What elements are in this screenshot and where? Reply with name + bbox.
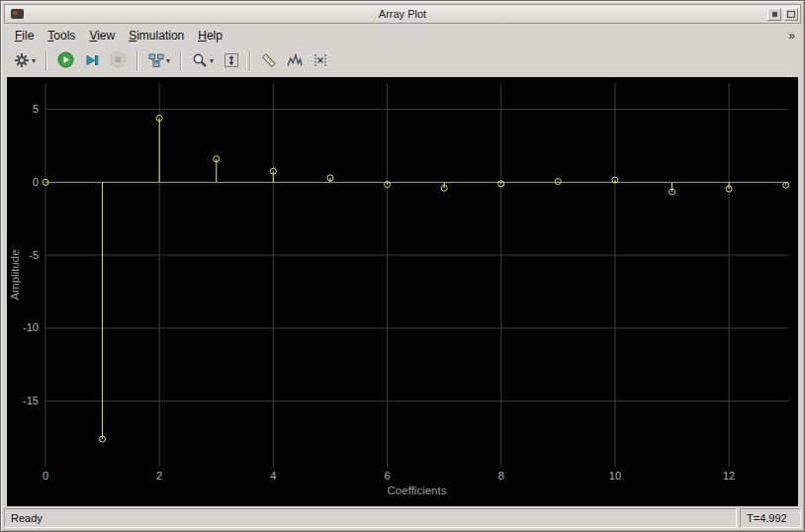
magnifier-icon <box>192 52 208 71</box>
toolbar-separator <box>45 51 47 71</box>
menu-view[interactable]: View <box>82 26 122 45</box>
play-icon <box>57 51 74 71</box>
svg-text:2: 2 <box>156 470 162 482</box>
status-bar: Ready T=4.992 <box>4 508 801 528</box>
maximize-button[interactable] <box>784 8 798 21</box>
simulation-time: T=4.992 <box>740 508 801 528</box>
chevron-down-icon: ▾ <box>210 57 214 65</box>
step-forward-icon <box>84 52 100 71</box>
cursor-x-icon <box>313 52 328 71</box>
svg-text:10: 10 <box>609 470 621 482</box>
menu-help[interactable]: Help <box>191 26 229 45</box>
menu-simulation[interactable]: Simulation <box>122 26 191 45</box>
title-bar[interactable]: Array Plot <box>4 4 801 24</box>
svg-text:Coefficients: Coefficients <box>388 485 447 496</box>
svg-text:5: 5 <box>33 103 39 115</box>
step-forward-button[interactable] <box>80 49 104 74</box>
menu-bar: FileToolsViewSimulationHelp » <box>4 24 801 46</box>
menu-overflow-icon[interactable]: » <box>788 29 797 43</box>
stop-icon <box>110 51 127 71</box>
ruler-icon <box>261 52 277 71</box>
chevron-down-icon: ▾ <box>166 57 170 65</box>
svg-text:12: 12 <box>723 470 735 482</box>
svg-text:-10: -10 <box>23 321 39 333</box>
svg-text:0: 0 <box>33 176 39 188</box>
status-message: Ready <box>4 508 737 528</box>
settings-button[interactable]: ▾ <box>10 49 40 74</box>
chevron-down-icon: ▾ <box>32 57 36 65</box>
svg-text:-15: -15 <box>23 395 39 406</box>
blocks-icon <box>148 52 164 71</box>
toolbar-separator <box>136 51 138 71</box>
window-controls <box>767 8 800 21</box>
layout-button[interactable]: ▾ <box>144 49 174 74</box>
zoom-button[interactable]: ▾ <box>188 49 218 74</box>
plot-area[interactable]: 02468101250-5-10-15CoefficientsAmplitude <box>7 77 798 506</box>
peak-finder-button[interactable] <box>283 49 307 74</box>
measurements-button[interactable] <box>257 49 281 74</box>
run-button[interactable] <box>53 48 78 74</box>
svg-text:-5: -5 <box>29 249 39 261</box>
toolbar-separator <box>180 51 182 71</box>
toolbar-separator <box>249 51 251 71</box>
app-icon <box>11 9 24 19</box>
peaks-icon <box>287 52 303 71</box>
maximize-icon <box>787 11 795 18</box>
minimize-icon <box>772 12 777 17</box>
fit-to-view-button[interactable] <box>220 49 243 74</box>
svg-text:8: 8 <box>498 470 504 482</box>
svg-text:6: 6 <box>384 470 390 482</box>
stop-button[interactable] <box>106 48 131 74</box>
menu-items: FileToolsViewSimulationHelp <box>8 29 229 43</box>
toolbar: ▾ <box>4 46 801 76</box>
fit-arrows-icon <box>224 52 239 71</box>
cursor-measurements-button[interactable] <box>309 49 332 74</box>
array-plot-window: Array Plot FileToolsViewSimulationHelp »… <box>0 0 805 532</box>
svg-text:4: 4 <box>270 470 276 482</box>
window-title: Array Plot <box>5 8 800 20</box>
menu-file[interactable]: File <box>8 26 41 45</box>
svg-text:0: 0 <box>43 470 48 482</box>
menu-tools[interactable]: Tools <box>41 26 82 45</box>
svg-text:Amplitude: Amplitude <box>9 249 21 300</box>
gear-icon <box>14 52 30 71</box>
minimize-button[interactable] <box>767 8 781 21</box>
plot-svg[interactable]: 02468101250-5-10-15CoefficientsAmplitude <box>7 77 798 506</box>
